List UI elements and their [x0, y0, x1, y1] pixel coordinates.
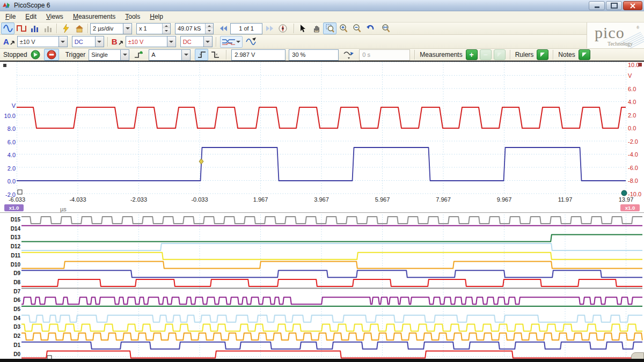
hand-pan-button[interactable] [310, 23, 323, 34]
svg-text:6.0: 6.0 [8, 139, 16, 145]
xy-view-button[interactable] [41, 23, 55, 34]
maximize-button[interactable] [606, 1, 622, 10]
start-capture-button[interactable] [29, 49, 42, 61]
step-up-icon[interactable] [206, 24, 213, 29]
svg-text:9.967: 9.967 [497, 196, 512, 203]
previous-buffer-button[interactable] [217, 23, 230, 34]
chevron-down-icon[interactable] [58, 36, 67, 47]
menu-measurements[interactable]: Measurements [69, 12, 120, 21]
rising-edge-button[interactable] [195, 49, 208, 61]
add-measurement-button[interactable]: + [466, 49, 478, 60]
chevron-down-icon[interactable] [203, 36, 212, 47]
rulers-button[interactable] [537, 49, 548, 60]
svg-text:-0.033: -0.033 [191, 196, 208, 203]
trigger-level-field[interactable]: 2.987 V [231, 49, 286, 61]
edge-setup-button[interactable] [132, 49, 145, 61]
svg-text:4.0: 4.0 [628, 99, 636, 105]
zoom-factor-stepper[interactable]: x 1 [136, 23, 171, 34]
menu-bar: File Edit Views Measurements Tools Help [0, 11, 644, 23]
channel-b-coupling-select[interactable]: DC [180, 36, 213, 47]
svg-text:V: V [628, 72, 632, 79]
chevron-down-icon[interactable] [123, 24, 131, 34]
chevron-down-icon[interactable] [120, 50, 129, 60]
step-down-icon[interactable] [163, 28, 170, 34]
scope-view-button[interactable] [1, 23, 14, 34]
window-zoom-button[interactable] [323, 23, 336, 34]
zoom-in-icon [339, 24, 348, 33]
zoom-window-icon [326, 24, 334, 33]
notes-button[interactable] [579, 49, 590, 60]
ne-arrow-icon [582, 52, 587, 57]
svg-text:-2.0: -2.0 [628, 138, 638, 145]
zoom-full-button[interactable] [379, 23, 392, 34]
menu-help[interactable]: Help [145, 12, 167, 21]
awg-wave-icon [246, 38, 257, 46]
step-up-icon[interactable] [163, 24, 170, 29]
stop-capture-button[interactable] [44, 49, 59, 61]
svg-text:5.967: 5.967 [375, 196, 390, 203]
auto-setup-button[interactable] [59, 23, 72, 34]
falling-edge-button[interactable] [208, 49, 222, 61]
spectrum-view-button[interactable] [14, 23, 28, 34]
app-icon [2, 2, 11, 9]
undo-zoom-button[interactable] [363, 23, 377, 34]
rising-edge-icon [197, 51, 206, 58]
plus-icon: + [470, 51, 474, 58]
chevron-down-icon[interactable] [167, 36, 175, 47]
pretrigger-field[interactable]: 30 % [289, 49, 339, 61]
minimize-button[interactable] [589, 1, 605, 10]
probe-icon[interactable] [10, 39, 16, 46]
normal-selection-button[interactable] [296, 23, 310, 34]
chevron-down-icon[interactable] [181, 50, 190, 60]
menu-edit[interactable]: Edit [21, 12, 41, 21]
signal-generator-button[interactable] [245, 36, 258, 48]
home-button[interactable] [72, 23, 86, 34]
svg-text:10.0: 10.0 [4, 113, 16, 119]
menu-views[interactable]: Views [42, 12, 68, 21]
probe-icon[interactable] [118, 39, 125, 46]
channel-a-range-select[interactable]: ±10 V [17, 36, 68, 47]
menu-tools[interactable]: Tools [121, 12, 144, 21]
svg-text:D0: D0 [13, 351, 20, 357]
svg-text:D1: D1 [13, 342, 20, 348]
zoom-out-icon [353, 24, 361, 33]
brand-tagline: Technology [608, 41, 633, 47]
zoom-in-button[interactable] [336, 23, 350, 34]
scope-display[interactable]: V10.08.06.04.02.00.0-2.010.0V6.04.02.00.… [0, 61, 644, 359]
brand-name: pico [595, 24, 625, 42]
next-buffer-button[interactable] [262, 23, 276, 34]
zoom-full-icon [381, 24, 390, 33]
zoom-out-button[interactable] [350, 23, 363, 34]
lightning-icon [63, 24, 69, 33]
buffer-navigator-button[interactable] [276, 23, 289, 34]
bar-chart-disabled-icon [44, 25, 53, 32]
svg-text:1.967: 1.967 [253, 196, 268, 203]
svg-text:D5: D5 [13, 306, 20, 312]
buffer-page-field[interactable]: 1 of 1 [230, 23, 262, 34]
step-down-icon[interactable] [206, 28, 213, 34]
channel-a-coupling-select[interactable]: DC [72, 36, 104, 47]
persistence-view-button[interactable] [28, 23, 41, 34]
rulers-label: Rulers [515, 51, 534, 58]
svg-text:D7: D7 [13, 289, 20, 294]
trigger-source-select[interactable]: A [149, 49, 191, 61]
timebase-select[interactable]: 2 µs/div [90, 23, 132, 34]
svg-text:V: V [12, 102, 16, 109]
digital-inputs-button[interactable] [220, 36, 243, 48]
adv-trigger-icon [343, 51, 354, 59]
svg-text:-2.033: -2.033 [130, 196, 147, 203]
close-button[interactable] [623, 1, 642, 10]
trigger-mode-select[interactable]: Single [89, 49, 129, 61]
svg-text:D9: D9 [13, 270, 20, 276]
samples-stepper[interactable]: 49.07 kS [175, 23, 214, 34]
channel-b-range-select[interactable]: ±10 V [126, 36, 176, 47]
svg-text:D6: D6 [13, 297, 20, 303]
svg-text:D3: D3 [13, 324, 20, 330]
waveform-canvas[interactable]: V10.08.06.04.02.00.0-2.010.0V6.04.02.00.… [0, 62, 644, 360]
svg-text:D14: D14 [11, 226, 21, 232]
chevron-down-icon[interactable] [95, 36, 104, 47]
advanced-trigger-button[interactable] [340, 49, 357, 61]
menu-file[interactable]: File [1, 12, 20, 21]
edge-setup-icon [134, 51, 144, 59]
close-icon [630, 3, 635, 9]
